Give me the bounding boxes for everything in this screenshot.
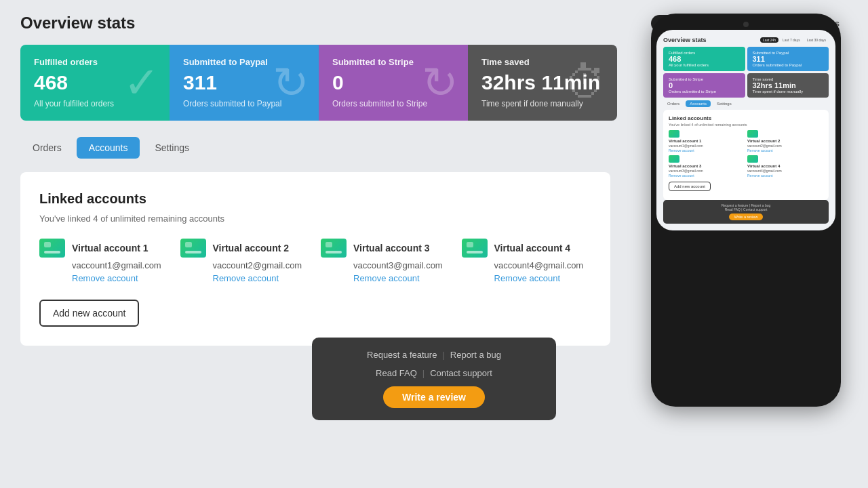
phone-tabs: Orders Accounts Settings	[663, 100, 829, 107]
account-card-3: Virtual account 3 vaccount3@gmail.com Re…	[321, 239, 451, 283]
phone-stat-fulfilled: Fulfilled orders 468 All your fulfilled …	[663, 47, 745, 71]
phone-acc-icon-2	[747, 130, 758, 138]
panel-title: Linked accounts	[39, 191, 591, 207]
report-bug-link[interactable]: Report a bug	[450, 350, 501, 360]
account-email-4: vaccount4@gmail.com	[494, 260, 592, 270]
account-header-2: Virtual account 2	[180, 239, 311, 258]
phone-acc-remove-1: Remove account	[669, 148, 745, 152]
phone-acc-2: Virtual account 2 vaccount2@gmail.com Re…	[747, 130, 823, 152]
account-email-3: vaccount3@gmail.com	[353, 260, 451, 270]
read-faq-link[interactable]: Read FAQ	[376, 368, 417, 378]
phone-tab-settings: Settings	[713, 100, 736, 107]
phone-acc-4: Virtual account 4 vaccount4@gmail.com Re…	[747, 155, 823, 178]
tab-orders[interactable]: Orders	[20, 137, 74, 159]
account-icon-2	[180, 239, 206, 258]
tabs: Orders Accounts Settings	[20, 137, 617, 159]
account-name-2: Virtual account 2	[213, 243, 290, 253]
account-icon-1	[39, 239, 65, 258]
account-icon-3	[321, 239, 347, 258]
phone-acc-1: Virtual account 1 vaccount1@gmail.com Re…	[669, 130, 745, 152]
phone-panel-sub: You've linked 4 of unlimited remaining a…	[669, 123, 823, 127]
linked-accounts-panel: Linked accounts You've linked 4 of unlim…	[20, 172, 610, 346]
footer-sep-1: |	[442, 350, 444, 360]
phone-camera	[743, 22, 749, 27]
account-header-4: Virtual account 4	[462, 239, 592, 258]
stats-grid: Fulfilled orders 468 All your fulfilled …	[20, 45, 617, 121]
remove-account-1[interactable]: Remove account	[72, 273, 170, 283]
checkmark-icon: ✓	[123, 61, 160, 104]
phone-acc-name-4: Virtual account 4	[747, 164, 823, 168]
phone-pill-7d: Last 7 days	[780, 37, 803, 43]
phone-tab-orders: Orders	[663, 100, 684, 107]
stat-card-stripe: Submitted to Stripe 0 Orders submitted t…	[319, 45, 468, 121]
tab-settings[interactable]: Settings	[142, 137, 201, 159]
footer-links-2: Read FAQ | Contact support	[336, 368, 532, 378]
account-name-4: Virtual account 4	[494, 243, 571, 253]
phone-header-title: Overview stats	[663, 37, 707, 43]
phone-accounts-grid: Virtual account 1 vaccount1@gmail.com Re…	[669, 130, 823, 178]
phone-footer-review: Write a review	[729, 214, 764, 220]
phone-acc-icon-3	[669, 155, 679, 163]
account-email-2: vaccount2@gmail.com	[213, 260, 311, 270]
phone-stat-time-desc: Time spent if done manually	[753, 89, 824, 94]
tab-accounts[interactable]: Accounts	[77, 137, 140, 159]
account-header-3: Virtual account 3	[321, 239, 451, 258]
contact-support-link[interactable]: Contact support	[430, 368, 492, 378]
account-header-1: Virtual account 1	[39, 239, 170, 258]
remove-account-3[interactable]: Remove account	[353, 273, 451, 283]
phone-acc-icon-4	[747, 155, 758, 163]
phone-acc-name-2: Virtual account 2	[747, 139, 823, 143]
phone-stat-time-val: 32hrs 11min	[753, 81, 824, 89]
phone-footer: Request a feature | Report a bug Read FA…	[663, 200, 829, 224]
page-title: Overview stats	[20, 14, 617, 33]
phone-panel-title: Linked accounts	[669, 115, 823, 121]
phone-stat-stripe-val: 0	[669, 81, 740, 89]
phone-tab-accounts: Accounts	[686, 100, 711, 107]
phone-acc-email-2: vaccount2@gmail.com	[747, 144, 823, 148]
phone-acc-email-3: vaccount3@gmail.com	[669, 169, 745, 173]
stat-card-fulfilled: Fulfilled orders 468 All your fulfilled …	[20, 45, 170, 121]
phone-mockup: Overview stats Last 24h Last 7 days Last…	[651, 0, 848, 488]
account-name-1: Virtual account 1	[72, 243, 149, 253]
refresh-icon-paypal: ↻	[273, 61, 309, 104]
phone-acc-email-4: vaccount4@gmail.com	[747, 169, 823, 173]
stat-card-time: Time saved 32hrs 11min Time spent if don…	[468, 45, 617, 121]
footer-sep-2: |	[422, 368, 425, 378]
phone-add-btn: Add new account	[669, 182, 711, 191]
write-review-button[interactable]: Write a review	[383, 386, 485, 408]
refresh-icon-stripe: ↻	[422, 61, 458, 104]
phone-acc-remove-3: Remove account	[669, 174, 745, 178]
add-new-account-button[interactable]: Add new account	[39, 300, 139, 327]
panel-subtitle: You've linked 4 of unlimited remaining a…	[39, 214, 591, 224]
phone-acc-remove-2: Remove account	[747, 148, 823, 152]
remove-account-4[interactable]: Remove account	[494, 273, 592, 283]
phone-acc-name-3: Virtual account 3	[669, 164, 745, 168]
phone-panel: Linked accounts You've linked 4 of unlim…	[663, 110, 829, 200]
phone-stat-stripe-desc: Orders submitted to Stripe	[669, 89, 740, 94]
phone-pill-30d: Last 30 days	[804, 37, 829, 43]
phone-stat-paypal-val: 311	[753, 55, 824, 63]
phone-screen: Overview stats Last 24h Last 7 days Last…	[656, 30, 835, 230]
phone-stat-fulfilled-desc: All your fulfilled orders	[669, 63, 740, 67]
phone-header-bar: Overview stats Last 24h Last 7 days Last…	[663, 37, 829, 43]
footer-links: Request a feature | Report a bug	[336, 350, 532, 360]
phone-acc-email-1: vaccount1@gmail.com	[669, 144, 745, 148]
phone-stat-paypal: Submitted to Paypal 311 Orders submitted…	[747, 47, 829, 71]
request-feature-link[interactable]: Request a feature	[367, 350, 437, 360]
phone-stat-time: Time saved 32hrs 11min Time spent if don…	[747, 73, 829, 98]
phone-stat-paypal-desc: Orders submitted to Paypal	[753, 63, 824, 67]
footer-bar: Request a feature | Report a bug Read FA…	[312, 338, 556, 420]
account-name-3: Virtual account 3	[353, 243, 430, 253]
phone-pill-24h: Last 24h	[760, 37, 778, 43]
account-card-1: Virtual account 1 vaccount1@gmail.com Re…	[39, 239, 170, 283]
account-email-1: vaccount1@gmail.com	[72, 260, 170, 270]
account-card-2: Virtual account 2 vaccount2@gmail.com Re…	[180, 239, 311, 283]
accounts-grid: Virtual account 1 vaccount1@gmail.com Re…	[39, 239, 591, 283]
phone-acc-name-1: Virtual account 1	[669, 139, 745, 143]
account-card-4: Virtual account 4 vaccount4@gmail.com Re…	[462, 239, 592, 283]
remove-account-2[interactable]: Remove account	[213, 273, 311, 283]
phone-acc-remove-4: Remove account	[747, 174, 823, 178]
phone-time-pills: Last 24h Last 7 days Last 30 days	[760, 37, 829, 43]
phone-stat-fulfilled-val: 468	[669, 55, 740, 63]
phone-stat-stripe: Submitted to Stripe 0 Orders submitted t…	[663, 73, 745, 98]
